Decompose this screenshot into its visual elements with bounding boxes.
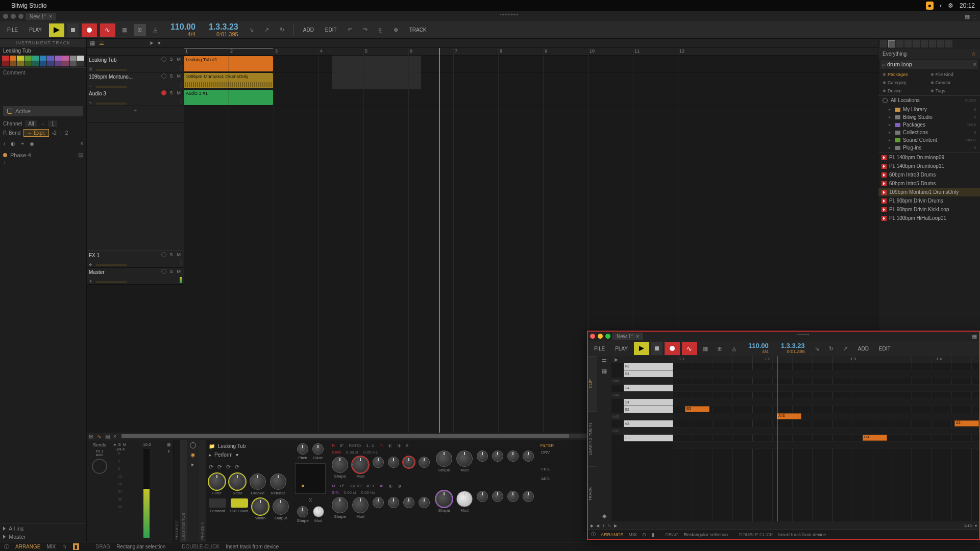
browser-tab-7[interactable]: [929, 40, 936, 47]
midi-note[interactable]: B3: [685, 406, 709, 412]
result-item[interactable]: 60bpm Intro5 Drums: [878, 179, 980, 188]
browser-tab-8[interactable]: [937, 40, 944, 47]
playhead[interactable]: [777, 356, 777, 521]
piano-key[interactable]: G#3: [611, 428, 673, 435]
browser-tab-5[interactable]: [913, 40, 920, 47]
position-display[interactable]: 1.3.3.23 0:01.395: [205, 22, 242, 38]
velocity-icon[interactable]: ⫿: [602, 523, 604, 528]
panel-icon[interactable]: ▮: [73, 543, 79, 550]
detail-editor-window[interactable]: New 1* × ▦ FILE PLAY ∿ ▦ ⊞ ◬ 110.00 4/4 …: [587, 331, 980, 540]
expand-icon[interactable]: ▸: [191, 461, 194, 468]
control-center-icon[interactable]: ⚙: [948, 2, 953, 9]
track-name-field[interactable]: Leaking Tub: [0, 47, 86, 55]
play-menu[interactable]: PLAY: [25, 25, 46, 35]
stop-button[interactable]: [651, 342, 663, 355]
solo-button[interactable]: S: [168, 269, 174, 274]
drag-handle-icon[interactable]: [500, 14, 521, 18]
volume-slider[interactable]: [96, 86, 127, 88]
controls-icon[interactable]: ⫛: [62, 544, 67, 549]
solo-button[interactable]: S: [168, 90, 174, 95]
close-tab-icon[interactable]: ×: [49, 14, 52, 19]
tree-item[interactable]: ▸My Library0: [880, 106, 978, 113]
comment-label[interactable]: Comment: [0, 67, 86, 78]
route-icon[interactable]: ⟳: [217, 464, 222, 470]
browser-tab-9[interactable]: [945, 40, 952, 47]
clip-name-tab[interactable]: LEAKING TUB #1: [588, 411, 597, 466]
add-menu[interactable]: ADD: [854, 344, 873, 354]
result-item[interactable]: PL 90bpm Drivin KickLoop: [878, 205, 980, 214]
snap-value[interactable]: 1/16: [964, 523, 972, 528]
result-item[interactable]: 109bpm Montuno1 DrumsOnly: [878, 188, 980, 196]
solo-button[interactable]: S: [118, 442, 120, 447]
automation-record-button[interactable]: ∿: [682, 342, 697, 355]
note-icon[interactable]: ♪: [3, 141, 6, 146]
detail-titlebar[interactable]: New 1* × ▦: [588, 332, 979, 341]
close-panel-icon[interactable]: ×: [113, 434, 119, 439]
copy-icon[interactable]: ⎘: [375, 24, 387, 36]
arm-button[interactable]: [161, 57, 166, 62]
piano-key[interactable]: C#4: [611, 392, 673, 399]
automation-record-button[interactable]: ∿: [100, 23, 115, 37]
add-device-icon[interactable]: +: [3, 160, 6, 166]
fold-icon[interactable]: ◆: [590, 523, 593, 528]
browser-tab-4[interactable]: [904, 40, 912, 47]
osc-b-shape-knob[interactable]: [332, 497, 348, 513]
osc-icon[interactable]: ◐: [388, 443, 392, 448]
selection-region[interactable]: [332, 56, 421, 89]
track-header-audio3[interactable]: Audio 3 SM ∿: [87, 89, 184, 106]
route-icon[interactable]: ⟳: [226, 464, 231, 470]
scroll-left-icon[interactable]: ◀: [596, 523, 599, 528]
phase4-label[interactable]: PHASE-4: [199, 440, 206, 542]
midi-note[interactable]: G3: [863, 435, 887, 441]
io-icon[interactable]: ⊞: [89, 434, 95, 439]
mod2-knob[interactable]: [456, 450, 473, 467]
osc-a-shape-knob[interactable]: [332, 457, 348, 473]
filter-creator[interactable]: ✱Creator: [928, 79, 975, 86]
note-ruler[interactable]: 1.11.21.31.4: [673, 356, 979, 363]
back-icon[interactable]: ‹: [940, 2, 942, 9]
midi-note[interactable]: A3: [954, 420, 979, 427]
output-knob[interactable]: [273, 498, 289, 515]
info-icon[interactable]: ⓘ: [591, 531, 596, 538]
track-header-montuno[interactable]: 109bpm Montuno... SM ♫: [87, 72, 184, 89]
solo-button[interactable]: S: [168, 57, 174, 62]
traffic-lights[interactable]: [3, 14, 23, 19]
mixer-meter-icon[interactable]: ⫿: [168, 449, 170, 454]
close-icon[interactable]: ×: [80, 141, 83, 146]
crackle-knob[interactable]: [250, 473, 266, 490]
playhead[interactable]: [439, 48, 439, 433]
send-knob[interactable]: [92, 459, 107, 474]
redo-icon[interactable]: ↷: [359, 24, 372, 36]
filter-device[interactable]: ✱Device: [880, 87, 927, 94]
piano-key[interactable]: D#4: [611, 378, 673, 385]
color-palette[interactable]: [0, 55, 86, 67]
tree-item[interactable]: ▸Sound Content19602: [880, 136, 978, 144]
panel-icon[interactable]: ▮: [652, 532, 654, 537]
mute-button[interactable]: M: [176, 73, 182, 79]
mix-tab[interactable]: MIX: [46, 544, 56, 549]
route-icon[interactable]: ⟳: [209, 464, 213, 470]
mute-button[interactable]: M: [176, 90, 182, 95]
shape2-knob[interactable]: [436, 450, 452, 467]
clear-search-icon[interactable]: ×: [973, 61, 976, 67]
osc-a-mod-knob[interactable]: [352, 457, 369, 473]
volume-slider[interactable]: [96, 281, 127, 283]
result-item[interactable]: PL 90bpm Drivin Drums: [878, 196, 980, 205]
all-locations-row[interactable]: All Locations 21268: [878, 95, 980, 105]
mute-button[interactable]: M: [176, 252, 182, 257]
mute-button[interactable]: M: [176, 57, 182, 62]
result-item[interactable]: PL 140bpm Drumloop09: [878, 153, 980, 162]
piano-key[interactable]: B3: [624, 406, 673, 413]
arm-button[interactable]: [161, 73, 166, 79]
volume-fader[interactable]: [143, 449, 150, 538]
preroll-icon[interactable]: ↘: [246, 24, 258, 36]
close-tab-icon[interactable]: ×: [636, 334, 639, 339]
piano-key[interactable]: A#3: [611, 413, 673, 420]
result-item[interactable]: PL 100bpm HiHatLoop01: [878, 214, 980, 222]
glide-knob[interactable]: [312, 443, 324, 455]
browser-search[interactable]: ⌕ drum loop ×: [880, 60, 978, 69]
add-track-button[interactable]: +: [87, 106, 184, 123]
piano-key[interactable]: D4: [624, 385, 673, 392]
piano-key[interactable]: F4: [624, 363, 673, 370]
file-menu[interactable]: FILE: [3, 25, 22, 35]
